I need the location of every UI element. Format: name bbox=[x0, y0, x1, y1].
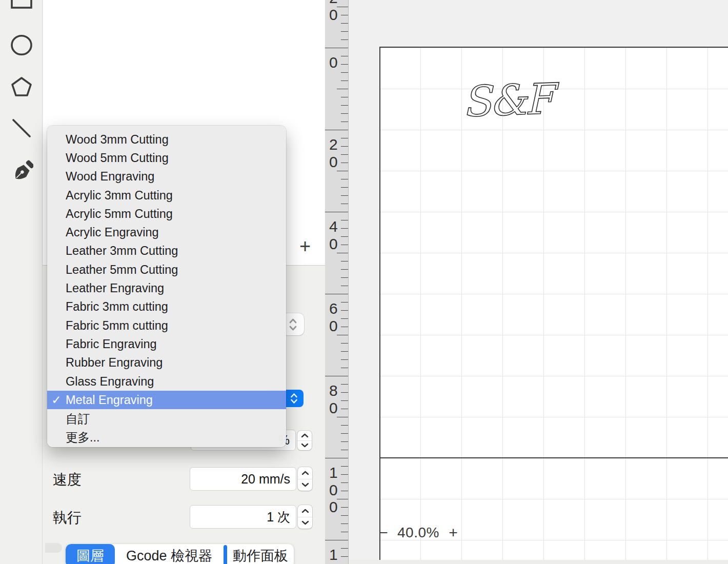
ruler-tick bbox=[341, 277, 348, 278]
ruler-tick bbox=[325, 130, 348, 130]
dropdown-item[interactable]: ✓Metal Engraving bbox=[47, 391, 286, 409]
shape-toolbar bbox=[0, 0, 43, 564]
zoom-out-button[interactable]: − bbox=[377, 524, 390, 541]
dropdown-item-label: Wood 5mm Cutting bbox=[66, 151, 169, 165]
tab-action-panel[interactable]: 動作面板 bbox=[227, 544, 294, 564]
dropdown-item[interactable]: ✓Acrylic 3mm Cutting bbox=[47, 186, 286, 205]
checkmark-icon: ✓ bbox=[47, 375, 66, 389]
zoom-control: − 40.0% + bbox=[377, 524, 459, 541]
dropdown-item-label: Acrylic 5mm Cutting bbox=[66, 207, 173, 221]
dropdown-item[interactable]: ✓Rubber Engraving bbox=[47, 354, 286, 372]
dropdown-item-label: Wood Engraving bbox=[66, 170, 154, 184]
rectangle-icon bbox=[10, 0, 33, 9]
dropdown-item-label: Leather 3mm Cutting bbox=[66, 244, 178, 258]
pen-nib-icon bbox=[10, 159, 33, 183]
dropdown-item-label: Fabric 5mm cutting bbox=[66, 319, 168, 333]
ruler-tick bbox=[341, 195, 348, 196]
ruler-tick bbox=[341, 72, 348, 73]
ruler-label: 8 0 bbox=[329, 382, 342, 416]
speed-stepper-up[interactable] bbox=[298, 467, 312, 479]
dropdown-item[interactable]: ✓Acrylic 5mm Cutting bbox=[47, 205, 286, 223]
power-stepper-up[interactable] bbox=[297, 431, 312, 440]
tab-layers[interactable]: 圖層 bbox=[66, 544, 115, 564]
power-stepper[interactable] bbox=[297, 431, 312, 450]
dropdown-item[interactable]: ✓Wood 3mm Cutting bbox=[47, 130, 286, 149]
dropdown-item[interactable]: ✓Leather 5mm Cutting bbox=[47, 260, 286, 279]
checkmark-icon: ✓ bbox=[47, 226, 66, 239]
ruler-tick bbox=[341, 187, 348, 188]
ruler-tick bbox=[325, 294, 348, 294]
ruler-label: 1 0 0 bbox=[329, 464, 342, 516]
engraving-object[interactable]: S&F bbox=[461, 74, 552, 126]
checkmark-icon: ✓ bbox=[47, 189, 66, 203]
dropdown-item[interactable]: ✓Wood 5mm Cutting bbox=[47, 149, 286, 167]
line-tool[interactable] bbox=[0, 118, 43, 138]
speed-label: 速度 bbox=[53, 470, 82, 490]
ruler-label: 2 0 bbox=[329, 136, 342, 170]
zoom-in-button[interactable]: + bbox=[447, 524, 459, 541]
ruler-label: 6 0 bbox=[329, 300, 342, 334]
tab-divider bbox=[224, 545, 227, 564]
checkmark-icon: ✓ bbox=[47, 170, 66, 184]
checkmark-icon: ✓ bbox=[47, 337, 66, 351]
rectangle-tool[interactable] bbox=[0, 0, 43, 9]
chevron-up-icon bbox=[301, 471, 309, 475]
bottom-tabbar: 圖層 Gcode 檢視器 動作面板 bbox=[66, 544, 294, 564]
execute-stepper[interactable] bbox=[298, 505, 312, 529]
ruler-tick bbox=[341, 433, 348, 434]
dropdown-item[interactable]: ✓Fabric 5mm cutting bbox=[47, 316, 286, 335]
ruler-tick bbox=[337, 335, 348, 335]
ruler-tick bbox=[325, 48, 348, 48]
checkmark-icon: ✓ bbox=[47, 281, 66, 295]
polygon-tool[interactable] bbox=[0, 76, 43, 97]
canvas-bottom-strip bbox=[349, 560, 728, 564]
execute-stepper-down[interactable] bbox=[298, 517, 312, 529]
checkmark-icon: ✓ bbox=[47, 430, 66, 444]
vertical-ruler: − 2 002 04 06 08 01 0 01 2 0 bbox=[325, 0, 349, 564]
dropdown-item[interactable]: ✓Fabric Engraving bbox=[47, 335, 286, 353]
ruler-tick bbox=[341, 523, 348, 524]
ruler-tick bbox=[337, 171, 348, 171]
dropdown-item[interactable]: ✓Leather 3mm Cutting bbox=[47, 242, 286, 260]
dropdown-item-label: Fabric 3mm cutting bbox=[66, 300, 168, 314]
ruler-tick bbox=[341, 80, 348, 81]
execute-field[interactable]: 1 次 bbox=[190, 505, 296, 529]
ruler-tick bbox=[341, 441, 348, 442]
dropdown-item[interactable]: ✓Leather Engraving bbox=[47, 279, 286, 297]
tab-gcode-viewer[interactable]: Gcode 檢視器 bbox=[115, 544, 224, 564]
dropdown-item[interactable]: ✓Acrylic Engraving bbox=[47, 223, 286, 241]
checkmark-icon: ✓ bbox=[47, 244, 66, 258]
panel-corner-nub bbox=[45, 543, 62, 553]
ruler-tick bbox=[341, 105, 348, 106]
work-area[interactable] bbox=[379, 47, 728, 560]
ruler-tick bbox=[341, 31, 348, 32]
checkmark-icon: ✓ bbox=[47, 151, 66, 165]
dropdown-item-label: Rubber Engraving bbox=[66, 356, 163, 370]
ruler-tick bbox=[341, 179, 348, 179]
checkmark-icon: ✓ bbox=[47, 319, 66, 333]
ruler-label: 4 0 bbox=[329, 218, 342, 252]
execute-stepper-up[interactable] bbox=[298, 505, 312, 517]
ellipse-tool[interactable] bbox=[0, 34, 43, 56]
dropdown-item[interactable]: ✓Glass Engraving bbox=[47, 372, 286, 391]
dropdown-item-label: 更多... bbox=[66, 429, 100, 446]
line-icon bbox=[11, 118, 32, 138]
speed-stepper[interactable] bbox=[298, 467, 312, 491]
ruler-tick bbox=[341, 204, 348, 204]
canvas-viewport[interactable]: S&F − 40.0% + bbox=[349, 0, 728, 564]
ruler-tick bbox=[341, 343, 348, 344]
dropdown-item[interactable]: ✓Fabric 3mm cutting bbox=[47, 298, 286, 316]
ruler-tick bbox=[341, 359, 348, 360]
checkmark-icon: ✓ bbox=[47, 263, 66, 277]
ruler-tick bbox=[341, 532, 348, 532]
add-layer-button[interactable]: + bbox=[296, 237, 314, 255]
dropdown-item[interactable]: ✓更多... bbox=[47, 428, 286, 447]
pen-tool[interactable] bbox=[0, 159, 43, 183]
ruler-tick bbox=[337, 253, 348, 253]
dropdown-item[interactable]: ✓Wood Engraving bbox=[47, 168, 286, 186]
work-area-bottom-border bbox=[379, 457, 728, 458]
power-stepper-down[interactable] bbox=[297, 440, 312, 451]
speed-stepper-down[interactable] bbox=[298, 479, 312, 491]
speed-field[interactable]: 20 mm/s bbox=[190, 467, 296, 491]
dropdown-item[interactable]: ✓自訂 bbox=[47, 409, 286, 428]
